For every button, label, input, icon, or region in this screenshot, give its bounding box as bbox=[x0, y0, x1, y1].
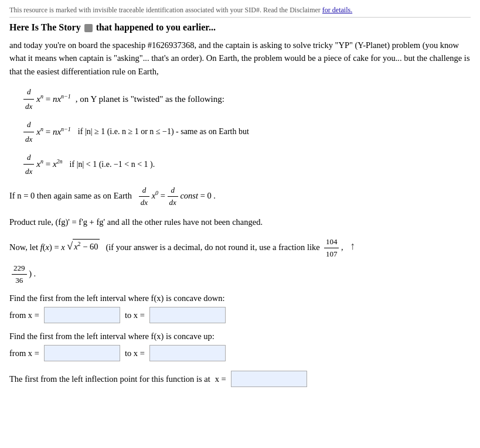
twisted-rule-1-block: d dx xn = nxn−1 if |n| ≥ 1 (i.e. n ≥ 1 o… bbox=[23, 118, 471, 146]
fraction-intro: (if your answer is a decimal, do not rou… bbox=[101, 242, 322, 251]
twisted-rule-1-line: d dx xn = nxn−1 if |n| ≥ 1 (i.e. n ≥ 1 o… bbox=[23, 118, 471, 146]
twisted-rule-2-line: d dx xn = x2n if |n| < 1 (i.e. −1 < n < … bbox=[23, 151, 471, 179]
concave-up-from-input[interactable] bbox=[44, 345, 120, 361]
earth-rule-line: d dx xn = nxn−1 , on Y planet is "twiste… bbox=[23, 85, 471, 113]
twisted-condition-1: if |n| ≥ 1 (i.e. n ≥ 1 or n ≤ −1) - same… bbox=[78, 124, 249, 139]
now-let-text: Now, let f(x) = x bbox=[9, 242, 65, 251]
earth-rule-block: d dx xn = nxn−1 , on Y planet is "twiste… bbox=[23, 85, 471, 113]
concave-down-to-label: to x = bbox=[125, 310, 145, 320]
now-let-block: Now, let f(x) = x √ x2 − 60 (if your ans… bbox=[9, 236, 471, 260]
disclaimer-link[interactable]: for details. bbox=[322, 6, 352, 14]
earth-rule-suffix: , on Y planet is "twisted" as the follow… bbox=[76, 91, 224, 107]
concave-up-label: Find the first from the left interval wh… bbox=[9, 331, 471, 341]
example-frac-1: 104 107 bbox=[324, 236, 339, 260]
sqrt-expr: √ x2 − 60 bbox=[67, 239, 99, 253]
notice-text: This resource is marked with invisible t… bbox=[9, 6, 321, 14]
heading-text: Here Is The Story bbox=[9, 22, 81, 32]
n0-frac-2: d dx bbox=[168, 184, 178, 208]
section-title: Here Is The Story that happened to you e… bbox=[9, 22, 471, 33]
concave-down-label: Find the first from the left interval wh… bbox=[9, 293, 471, 303]
concave-down-row: from x = to x = bbox=[9, 307, 471, 323]
intro-paragraph: and today you're on board the spaceship … bbox=[9, 39, 471, 78]
concave-up-row: from x = to x = bbox=[9, 345, 471, 361]
inflection-label: The first from the left inflection point… bbox=[9, 374, 210, 384]
heading-suffix: that happened to you earlier... bbox=[96, 22, 216, 32]
concave-up-to-input[interactable] bbox=[149, 345, 226, 361]
concave-up-to-label: to x = bbox=[125, 348, 145, 358]
n0-text: If n = 0 then again same as on Earth bbox=[9, 191, 132, 200]
cursor-icon: ↑ bbox=[350, 238, 355, 255]
n0-rule-block: If n = 0 then again same as on Earth d d… bbox=[9, 184, 471, 208]
fraction-2-row: 229 36 ) . bbox=[12, 262, 471, 286]
concave-down-to-input[interactable] bbox=[149, 307, 226, 323]
concave-down-from-input[interactable] bbox=[44, 307, 120, 323]
n0-frac-1: d dx bbox=[139, 184, 149, 208]
inflection-row: The first from the left inflection point… bbox=[9, 371, 471, 387]
story-icon bbox=[84, 24, 93, 32]
inflection-x-label: x = bbox=[215, 374, 226, 384]
concave-up-from-label: from x = bbox=[9, 348, 39, 358]
inflection-input[interactable] bbox=[231, 371, 307, 387]
product-rule-block: Product rule, (fg)' = f'g + fg' and all … bbox=[9, 216, 471, 228]
twisted-rule-2-block: d dx xn = x2n if |n| < 1 (i.e. −1 < n < … bbox=[23, 151, 471, 179]
twisted-frac-1: d dx bbox=[23, 118, 34, 146]
example-frac-2: 229 36 bbox=[12, 262, 27, 286]
top-notice: This resource is marked with invisible t… bbox=[9, 6, 471, 18]
twisted-frac-2: d dx bbox=[23, 151, 34, 179]
twisted-condition-2: if |n| < 1 (i.e. −1 < n < 1 ). bbox=[70, 157, 155, 172]
d-dx-frac: d dx bbox=[23, 85, 34, 113]
concave-down-from-label: from x = bbox=[9, 310, 39, 320]
